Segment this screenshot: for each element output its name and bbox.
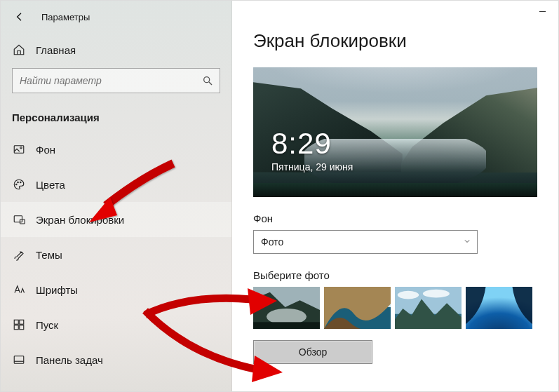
svg-point-2: [20, 147, 22, 149]
nav-home-label: Главная: [36, 44, 76, 56]
taskbar-icon: [12, 353, 26, 366]
sidebar-item-label: Экран блокировки: [36, 214, 124, 226]
svg-rect-10: [14, 325, 18, 330]
photo-thumb-1[interactable]: [253, 287, 320, 329]
sidebar-item-label: Шрифты: [36, 284, 78, 296]
background-dropdown[interactable]: Фото: [253, 230, 478, 254]
svg-rect-8: [14, 320, 18, 324]
home-icon: [12, 43, 26, 56]
svg-rect-9: [20, 320, 24, 324]
minimize-button[interactable]: [526, 1, 558, 22]
svg-point-23: [423, 290, 450, 298]
preview-time: 8:29: [271, 129, 353, 158]
svg-rect-11: [20, 325, 24, 330]
back-button[interactable]: [11, 8, 29, 26]
svg-point-3: [16, 184, 18, 185]
sidebar-item-lock-screen[interactable]: Экран блокировки: [1, 202, 231, 237]
settings-window: Параметры Главная Персонализация Фон: [0, 0, 559, 392]
sidebar-item-label: Темы: [36, 249, 62, 261]
browse-button-label: Обзор: [299, 346, 327, 358]
chevron-down-icon: [463, 236, 471, 248]
choose-photo-label: Выберите фото: [253, 269, 537, 281]
palette-icon: [12, 178, 26, 191]
svg-point-0: [204, 77, 210, 83]
photo-thumbnails: [253, 287, 537, 329]
sidebar-item-background[interactable]: Фон: [1, 132, 231, 167]
sidebar-item-fonts[interactable]: Шрифты: [1, 272, 231, 307]
font-icon: [12, 283, 26, 296]
search-container: [12, 68, 220, 93]
main-content: Экран блокировки 8:29 Пятница, 29 июня Ф…: [232, 1, 558, 391]
sidebar-item-label: Пуск: [36, 319, 58, 331]
sidebar-item-taskbar[interactable]: Панель задач: [1, 342, 231, 377]
sidebar-item-label: Фон: [36, 144, 55, 156]
search-input[interactable]: [13, 69, 196, 93]
preview-date: Пятница, 29 июня: [271, 161, 353, 173]
background-dropdown-value: Фото: [261, 236, 283, 248]
photo-thumb-4[interactable]: [466, 287, 532, 329]
sidebar: Параметры Главная Персонализация Фон: [1, 1, 232, 391]
search-icon: [196, 75, 220, 86]
sidebar-item-themes[interactable]: Темы: [1, 237, 231, 272]
svg-rect-6: [14, 216, 22, 222]
brush-icon: [12, 248, 26, 261]
start-icon: [12, 318, 26, 331]
browse-button[interactable]: Обзор: [253, 340, 372, 364]
sidebar-item-colors[interactable]: Цвета: [1, 167, 231, 202]
svg-point-22: [398, 291, 419, 299]
section-header: Персонализация: [1, 100, 231, 130]
nav-home[interactable]: Главная: [1, 36, 231, 64]
page-title: Экран блокировки: [253, 30, 537, 52]
svg-point-4: [18, 182, 19, 183]
sidebar-item-label: Цвета: [36, 179, 65, 191]
svg-rect-16: [253, 322, 320, 329]
sidebar-item-label: Панель задач: [36, 354, 103, 366]
svg-point-5: [20, 182, 22, 183]
photo-thumb-2[interactable]: [324, 287, 391, 329]
window-title: Параметры: [41, 12, 90, 22]
background-label: Фон: [253, 212, 537, 224]
sidebar-item-start[interactable]: Пуск: [1, 307, 231, 342]
photo-thumb-3[interactable]: [395, 287, 462, 329]
picture-icon: [12, 143, 26, 156]
lock-screen-preview: 8:29 Пятница, 29 июня: [253, 67, 537, 197]
lock-screen-icon: [12, 213, 26, 226]
svg-rect-12: [14, 356, 24, 364]
svg-rect-1: [14, 146, 24, 154]
